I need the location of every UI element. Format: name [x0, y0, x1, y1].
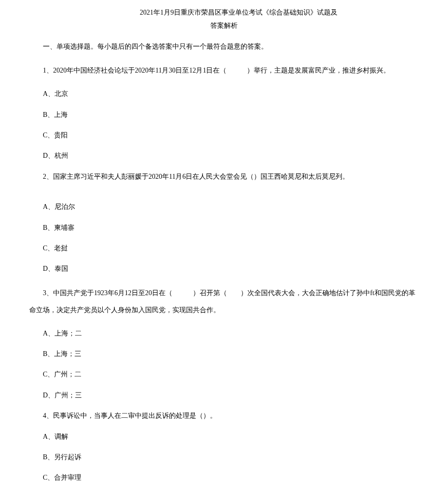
question-2-stem: 2、国家主席习近平和夫人彭丽媛于2020年11月6日在人民大会堂会见（）国王西哈… [29, 171, 419, 182]
question-2-option-d: D、泰国 [29, 263, 419, 274]
question-2-option-b: B、柬埔寨 [29, 223, 419, 233]
question-1-option-d: D、杭州 [29, 150, 419, 161]
question-2-option-c: C、老挝 [29, 243, 419, 254]
question-1-option-b: B、上海 [29, 110, 419, 120]
question-1-option-a: A、北京 [29, 89, 419, 99]
question-4-stem: 4、民事诉讼中，当事人在二审中提出反诉的处理是（）。 [29, 411, 419, 421]
question-3-option-b: B、上海；三 [29, 349, 419, 359]
question-3-stem: 3、中国共产党于1923年6月12日至20日在（ ）召开第（ ）次全国代表大会，… [29, 284, 419, 318]
document-title-line2: 答案解析 [29, 20, 419, 31]
question-1-stem: 1、2020年中国经济社会论坛于2020年11月30日至12月1日在（ ）举行，… [29, 62, 419, 79]
question-2-option-a: A、尼泊尔 [29, 202, 419, 212]
question-4-option-b: B、另行起诉 [29, 452, 419, 463]
question-4-option-c: C、合并审理 [29, 472, 419, 483]
question-3-option-c: C、广州；二 [29, 369, 419, 380]
question-3-option-a: A、上海；二 [29, 328, 419, 339]
question-3-option-d: D、广州；三 [29, 390, 419, 401]
document-title-line1: 2021年1月9日重庆市荣昌区事业单位考试《综合基础知识》试题及 [29, 7, 419, 18]
question-4-option-a: A、调解 [29, 431, 419, 442]
question-1-option-c: C、贵阳 [29, 130, 419, 141]
section-heading: 一、单项选择题。每小题后的四个备选答案中只有一个最符合题意的答案。 [29, 41, 419, 52]
